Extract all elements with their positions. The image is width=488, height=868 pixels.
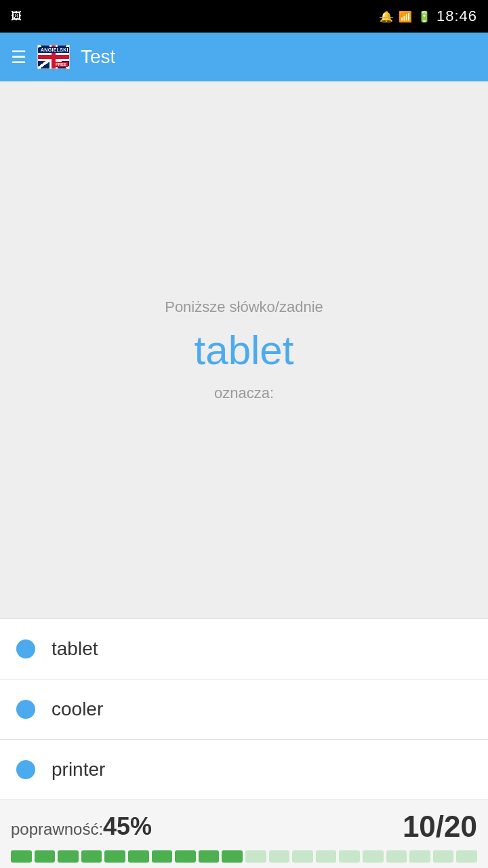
progress-cell-4 [81, 850, 102, 863]
status-bar: 🖼 🔔 📶 🔋 18:46 [0, 0, 488, 33]
app-bar: ☰ ANGIELSKI FREE Test [0, 33, 488, 81]
progress-cell-5 [104, 850, 125, 863]
answer-dot-2 [16, 700, 35, 719]
accuracy-container: poprawność:45% [11, 812, 152, 841]
progress-cell-12 [269, 850, 290, 863]
answer-dot-1 [16, 639, 35, 658]
answer-text-1: tablet [52, 638, 98, 660]
progress-bar-row [11, 850, 477, 863]
progress-cell-8 [175, 850, 196, 863]
question-means-label: oznacza: [214, 384, 274, 402]
progress-cell-16 [363, 850, 384, 863]
photo-icon: 🖼 [11, 10, 22, 22]
hamburger-icon[interactable]: ☰ [11, 48, 26, 66]
main-content: Poniższe słówko/zadnie tablet oznacza: t… [0, 81, 488, 800]
question-subtitle: Poniższe słówko/zadnie [165, 298, 323, 316]
progress-cell-10 [222, 850, 243, 863]
progress-cell-2 [35, 850, 56, 863]
question-area: Poniższe słówko/zadnie tablet oznacza: [0, 81, 488, 618]
uk-flag: ANGIELSKI FREE [37, 45, 70, 69]
accuracy-label: poprawność: [11, 820, 103, 838]
answers-section: tablet cooler printer [0, 618, 488, 800]
progress-cell-1 [11, 850, 32, 863]
app-title: Test [81, 46, 115, 68]
answer-item-2[interactable]: cooler [0, 679, 488, 740]
answer-item-1[interactable]: tablet [0, 619, 488, 679]
progress-cell-7 [152, 850, 173, 863]
progress-cell-17 [386, 850, 407, 863]
app-icon: ANGIELSKI FREE [37, 45, 70, 69]
answer-item-3[interactable]: printer [0, 740, 488, 800]
progress-cell-9 [199, 850, 220, 863]
status-right: 🔔 📶 🔋 18:46 [380, 7, 477, 25]
progress-cell-15 [339, 850, 360, 863]
question-word: tablet [195, 327, 294, 374]
progress-cell-19 [433, 850, 454, 863]
progress-cell-11 [245, 850, 266, 863]
mute-icon: 🔔 [380, 10, 393, 23]
progress-cell-20 [456, 850, 477, 863]
status-left: 🖼 [11, 10, 22, 22]
stats-row: poprawność:45% 10/20 [11, 810, 477, 844]
progress-cell-14 [316, 850, 337, 863]
progress-cell-6 [128, 850, 149, 863]
answer-dot-3 [16, 760, 35, 779]
progress-cell-3 [58, 850, 79, 863]
progress-cell-18 [409, 850, 430, 863]
answer-text-2: cooler [52, 698, 103, 720]
bottom-bar: poprawność:45% 10/20 [0, 800, 488, 868]
free-badge: FREE [54, 62, 68, 67]
progress-count: 10/20 [403, 810, 477, 844]
signal-icon: 📶 [399, 10, 412, 23]
progress-cell-13 [292, 850, 313, 863]
battery-icon: 🔋 [418, 10, 431, 23]
status-time: 18:46 [436, 7, 477, 25]
accuracy-value: 45% [103, 812, 152, 840]
angielski-label: ANGIELSKI [39, 47, 70, 53]
answer-text-3: printer [52, 759, 105, 781]
